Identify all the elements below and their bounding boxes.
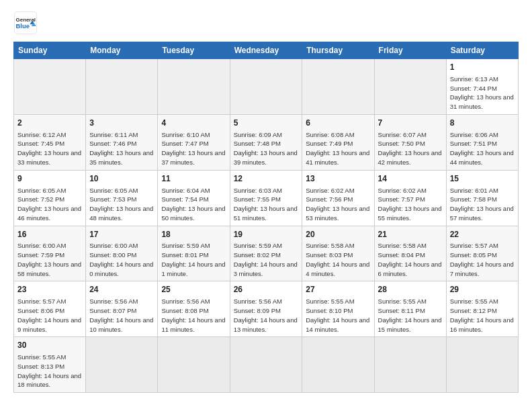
day-info: Sunrise: 5:56 AMSunset: 8:08 PMDaylight:… [161,297,226,334]
day-cell-23: 23Sunrise: 5:57 AMSunset: 8:06 PMDayligh… [14,281,86,337]
weekday-header-thursday: Thursday [302,42,374,59]
day-cell-20: 20Sunrise: 5:58 AMSunset: 8:03 PMDayligh… [302,226,374,281]
weekday-header-sunday: Sunday [14,42,86,59]
day-info: Sunrise: 6:02 AMSunset: 7:56 PMDaylight:… [306,186,370,223]
day-number: 15 [450,173,515,185]
day-cell-empty [374,59,446,115]
weekday-header-monday: Monday [86,42,158,59]
week-row-2: 2Sunrise: 6:12 AMSunset: 7:45 PMDaylight… [14,114,519,170]
day-number: 12 [234,173,299,185]
day-number: 17 [89,229,154,240]
day-cell-empty [302,59,374,115]
day-number: 4 [161,118,226,129]
day-info: Sunrise: 6:00 AMSunset: 8:00 PMDaylight:… [89,241,154,278]
day-cell-empty [158,59,230,115]
day-cell-24: 24Sunrise: 5:56 AMSunset: 8:07 PMDayligh… [86,281,158,337]
week-row-3: 9Sunrise: 6:05 AMSunset: 7:52 PMDaylight… [14,170,519,226]
day-cell-28: 28Sunrise: 5:55 AMSunset: 8:11 PMDayligh… [374,281,446,337]
day-cell-4: 4Sunrise: 6:10 AMSunset: 7:47 PMDaylight… [158,114,230,170]
day-info: Sunrise: 6:07 AMSunset: 7:50 PMDaylight:… [378,130,443,167]
day-number: 20 [306,229,370,240]
day-info: Sunrise: 6:05 AMSunset: 7:52 PMDaylight:… [17,186,82,223]
day-cell-empty [86,59,158,115]
day-info: Sunrise: 5:55 AMSunset: 8:11 PMDaylight:… [378,297,443,334]
day-cell-18: 18Sunrise: 5:59 AMSunset: 8:01 PMDayligh… [158,226,230,281]
day-cell-30: 30Sunrise: 5:55 AMSunset: 8:13 PMDayligh… [14,337,86,393]
day-number: 8 [450,118,515,129]
week-row-1: 1Sunrise: 6:13 AMSunset: 7:44 PMDaylight… [14,59,519,115]
calendar: SundayMondayTuesdayWednesdayThursdayFrid… [13,42,519,393]
weekday-header-wednesday: Wednesday [230,42,302,59]
header: General Blue [13,11,519,35]
day-info: Sunrise: 6:10 AMSunset: 7:47 PMDaylight:… [161,130,226,167]
day-cell-6: 6Sunrise: 6:08 AMSunset: 7:49 PMDaylight… [302,114,374,170]
day-cell-26: 26Sunrise: 5:56 AMSunset: 8:09 PMDayligh… [230,281,302,337]
day-info: Sunrise: 6:05 AMSunset: 7:53 PMDaylight:… [89,186,154,223]
day-info: Sunrise: 6:06 AMSunset: 7:51 PMDaylight:… [450,130,515,167]
day-cell-7: 7Sunrise: 6:07 AMSunset: 7:50 PMDaylight… [374,114,446,170]
day-number: 16 [17,229,82,240]
weekday-header-tuesday: Tuesday [158,42,230,59]
day-cell-12: 12Sunrise: 6:03 AMSunset: 7:55 PMDayligh… [230,170,302,226]
day-info: Sunrise: 5:59 AMSunset: 8:02 PMDaylight:… [234,241,299,278]
day-info: Sunrise: 5:57 AMSunset: 8:05 PMDaylight:… [450,241,515,278]
day-cell-empty [158,337,230,393]
day-number: 3 [89,118,154,129]
day-info: Sunrise: 6:03 AMSunset: 7:55 PMDaylight:… [234,186,299,223]
day-number: 5 [234,118,299,129]
day-number: 19 [234,229,299,240]
day-info: Sunrise: 5:58 AMSunset: 8:04 PMDaylight:… [378,241,443,278]
week-row-4: 16Sunrise: 6:00 AMSunset: 7:59 PMDayligh… [14,226,519,281]
day-info: Sunrise: 6:02 AMSunset: 7:57 PMDaylight:… [378,186,443,223]
day-info: Sunrise: 5:58 AMSunset: 8:03 PMDaylight:… [306,241,370,278]
logo-icon: General Blue [13,11,38,35]
day-cell-25: 25Sunrise: 5:56 AMSunset: 8:08 PMDayligh… [158,281,230,337]
day-info: Sunrise: 5:57 AMSunset: 8:06 PMDaylight:… [17,297,82,334]
day-cell-empty [446,337,518,393]
day-number: 1 [450,62,515,73]
day-cell-16: 16Sunrise: 6:00 AMSunset: 7:59 PMDayligh… [14,226,86,281]
day-info: Sunrise: 6:13 AMSunset: 7:44 PMDaylight:… [450,75,515,111]
day-cell-11: 11Sunrise: 6:04 AMSunset: 7:54 PMDayligh… [158,170,230,226]
day-cell-1: 1Sunrise: 6:13 AMSunset: 7:44 PMDaylight… [446,59,518,115]
day-number: 26 [234,284,299,295]
svg-text:Blue: Blue [16,23,30,30]
day-number: 7 [378,118,443,129]
day-info: Sunrise: 5:59 AMSunset: 8:01 PMDaylight:… [161,241,226,278]
day-number: 6 [306,118,370,129]
day-cell-14: 14Sunrise: 6:02 AMSunset: 7:57 PMDayligh… [374,170,446,226]
day-info: Sunrise: 6:11 AMSunset: 7:46 PMDaylight:… [89,130,154,167]
day-number: 21 [378,229,443,240]
day-number: 30 [17,340,82,351]
weekday-header-saturday: Saturday [446,42,518,59]
day-number: 27 [306,284,370,295]
day-info: Sunrise: 6:00 AMSunset: 7:59 PMDaylight:… [17,241,82,278]
day-cell-9: 9Sunrise: 6:05 AMSunset: 7:52 PMDaylight… [14,170,86,226]
day-number: 2 [17,118,82,129]
day-number: 14 [378,173,443,185]
day-info: Sunrise: 5:56 AMSunset: 8:09 PMDaylight:… [234,297,299,334]
day-cell-5: 5Sunrise: 6:09 AMSunset: 7:48 PMDaylight… [230,114,302,170]
day-number: 23 [17,284,82,295]
day-cell-27: 27Sunrise: 5:55 AMSunset: 8:10 PMDayligh… [302,281,374,337]
weekday-header-row: SundayMondayTuesdayWednesdayThursdayFrid… [14,42,519,59]
day-number: 18 [161,229,226,240]
day-number: 24 [89,284,154,295]
day-number: 9 [17,173,82,185]
day-info: Sunrise: 5:55 AMSunset: 8:12 PMDaylight:… [450,297,515,334]
day-cell-empty [302,337,374,393]
logo: General Blue [13,11,42,35]
day-cell-21: 21Sunrise: 5:58 AMSunset: 8:04 PMDayligh… [374,226,446,281]
day-number: 10 [89,173,154,185]
day-cell-empty [374,337,446,393]
day-info: Sunrise: 6:04 AMSunset: 7:54 PMDaylight:… [161,186,226,223]
day-info: Sunrise: 6:01 AMSunset: 7:58 PMDaylight:… [450,186,515,223]
day-info: Sunrise: 6:12 AMSunset: 7:45 PMDaylight:… [17,130,82,167]
day-number: 28 [378,284,443,295]
day-cell-2: 2Sunrise: 6:12 AMSunset: 7:45 PMDaylight… [14,114,86,170]
day-cell-19: 19Sunrise: 5:59 AMSunset: 8:02 PMDayligh… [230,226,302,281]
week-row-5: 23Sunrise: 5:57 AMSunset: 8:06 PMDayligh… [14,281,519,337]
day-number: 22 [450,229,515,240]
day-info: Sunrise: 5:56 AMSunset: 8:07 PMDaylight:… [89,297,154,334]
day-cell-10: 10Sunrise: 6:05 AMSunset: 7:53 PMDayligh… [86,170,158,226]
